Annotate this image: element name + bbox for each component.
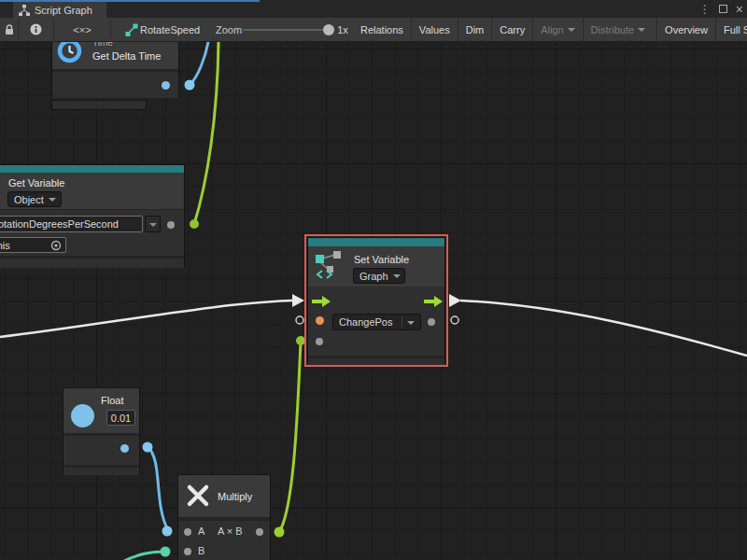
variable-name-field[interactable]: RotationDegreesPerSecond [0,216,143,232]
variable-scope-dropdown[interactable]: Object [7,191,62,207]
wire-control-out[interactable] [460,301,747,356]
zoom-slider-track[interactable] [243,29,330,31]
tab-label: Script Graph [35,5,92,16]
port-float-out[interactable] [120,444,129,453]
variable-teal-bar [308,238,444,246]
set-variable-icon [314,250,345,280]
port-result-out[interactable] [256,528,263,536]
port-a-label: A [198,525,204,537]
node-set-variable[interactable]: Set Variable Graph ChangePos [307,237,445,364]
port-fallback-in[interactable] [316,338,323,345]
info-icon [30,23,42,35]
float-icon [71,404,94,427]
carry-button[interactable]: Carry [491,18,532,41]
variable-name-dropdown-button[interactable] [145,216,161,232]
graph-icon [19,5,30,16]
tab-bar: Script Graph ⋮ × [0,0,747,18]
wire-end-setvar-value[interactable] [296,336,305,345]
wire-control-in[interactable] [0,301,292,337]
tab-script-graph[interactable]: Script Graph [13,2,106,18]
node-title: Get Variable [8,177,64,189]
wire-arrow-in [292,294,304,307]
wire-end-multiply-result[interactable] [275,527,285,538]
wire-arrow-out [449,294,461,307]
wire-blue-delta-time[interactable] [190,42,208,85]
node-title: Set Variable [354,254,409,265]
wire-end-delta-time[interactable] [185,80,195,91]
lock-icon [5,24,14,35]
flow-in-arrow[interactable] [312,295,331,308]
variable-teal-bar [0,165,184,173]
port-value-out[interactable] [428,318,435,326]
port-delta-time-out[interactable] [162,81,170,90]
insert-node-icon: <×> [73,24,91,35]
relations-button[interactable]: Relations [353,18,411,41]
chevron-down-icon [49,198,56,202]
float-value-field[interactable]: 0.01 [106,410,135,426]
variable-name-dropdown[interactable]: ChangePos [332,314,421,330]
fullscreen-button[interactable]: Full Screen [715,18,747,41]
port-a-in[interactable] [184,528,191,536]
chevron-down-icon [568,28,575,32]
node-category: Time [92,42,113,48]
distribute-button[interactable]: Distribute [583,18,653,41]
window-close-icon[interactable]: × [736,3,743,16]
node-float[interactable]: Float 0.01 [63,387,140,474]
chevron-down-icon [638,28,645,32]
info-button[interactable] [19,18,53,41]
wire-end-multiply-a[interactable] [162,526,173,537]
window-menu-icon[interactable]: ⋮ [699,4,711,15]
toolbar-buttons: Relations Values Dim Carry Align Distrib… [353,18,747,41]
flow-out-arrow[interactable] [424,295,444,308]
port-b-in[interactable] [184,548,191,555]
wire-end-multiply-b[interactable] [161,547,171,557]
insert-node-button[interactable]: <×> [54,18,110,41]
node-multiply[interactable]: Multiply A A × B B [177,474,271,560]
macro-name[interactable]: RotateSpeed [140,18,192,41]
zoom-value: 1x [337,24,348,35]
wire-blue-float-to-multiply[interactable] [148,447,167,528]
chevron-down-icon [393,274,401,278]
object-picker-icon[interactable] [50,240,62,251]
macro-icon-cell [124,18,139,41]
wire-green-multiply-to-setvar[interactable] [279,343,301,532]
graph-canvas[interactable]: Time Get Delta Time Get Variable Object … [0,42,747,560]
node-get-delta-time[interactable]: Time Get Delta Time [51,42,179,97]
variable-target-field[interactable]: This [0,237,66,253]
port-circle-left[interactable] [296,316,303,324]
chevron-down-icon [149,223,157,227]
node-title: Multiply [218,491,252,502]
wire-green-rotation-speed[interactable] [194,42,218,224]
port-b-label: B [198,545,204,556]
port-circle-right[interactable] [451,316,458,324]
port-result-label: A × B [218,525,243,537]
lock-button[interactable] [0,18,18,41]
wire-end-float-out[interactable] [143,442,153,453]
wire-end-rotation-speed[interactable] [190,219,199,229]
window-maximize-icon[interactable] [719,5,727,13]
zoom-slider-handle[interactable] [323,24,334,35]
align-button[interactable]: Align [532,18,582,41]
script-graph-window: Script Graph ⋮ × <×> [0,0,747,560]
zoom-label-cell: Zoom [215,18,243,41]
multiply-icon [186,483,210,508]
dim-button[interactable]: Dim [458,18,492,41]
port-value-in[interactable] [316,316,324,325]
node-title: Get Delta Time [92,50,161,62]
values-button[interactable]: Values [411,18,458,41]
zoom-value-cell: 1x [334,18,351,41]
macro-graph-icon [125,23,138,36]
zoom-label: Zoom [216,24,242,35]
overview-button[interactable]: Overview [656,18,715,41]
node-get-delta-time-footer [51,100,147,110]
variable-scope-dropdown[interactable]: Graph [353,268,405,284]
node-get-variable[interactable]: Get Variable Object RotationDegreesPerSe… [0,164,185,267]
port-variable-value-out[interactable] [167,221,175,229]
time-clock-icon [57,42,82,63]
chevron-down-icon [407,321,415,325]
graph-toolbar: <×> RotateSpeed Zoom 1x Relations Values… [0,18,747,42]
wire-mint-to-multiply-b[interactable] [124,552,165,560]
node-title: Float [101,395,123,406]
